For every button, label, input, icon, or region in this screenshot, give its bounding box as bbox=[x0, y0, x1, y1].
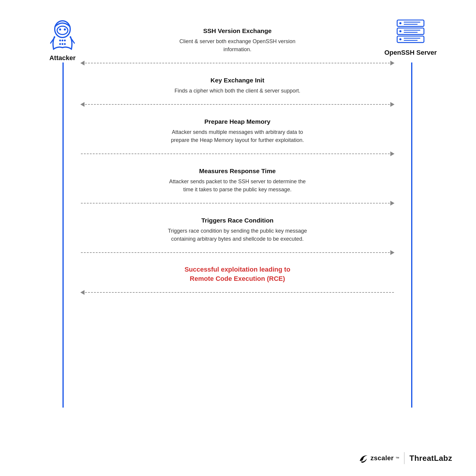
threatlabz-label: ThreatLabz bbox=[409, 454, 452, 463]
arrow-right-head bbox=[390, 61, 394, 65]
step-prepare-heap-title: Prepare Heap Memory bbox=[204, 118, 270, 125]
arrow-line bbox=[85, 63, 390, 63]
step-measures-response-title: Measures Response Time bbox=[199, 167, 276, 175]
content-area: SSH Version Exchange Client & server bot… bbox=[62, 18, 412, 297]
arrow-line bbox=[81, 203, 390, 203]
arrow-left-head bbox=[80, 61, 84, 65]
step-rce-title: Successful exploitation leading toRemote… bbox=[184, 265, 290, 284]
svg-point-2 bbox=[59, 29, 61, 31]
step-key-exchange: Key Exchange Init Finds a cipher which b… bbox=[62, 67, 412, 109]
zscaler-trademark: ™ bbox=[395, 456, 399, 461]
main-container: Attacker Op bbox=[0, 0, 476, 476]
step-rce: Successful exploitation leading toRemote… bbox=[62, 257, 412, 297]
svg-point-6 bbox=[59, 40, 61, 41]
arrow-line bbox=[85, 104, 390, 105]
step-measures-response-arrow bbox=[80, 201, 394, 206]
step-triggers-race-arrow bbox=[80, 250, 394, 255]
step-rce-arrow bbox=[80, 290, 394, 295]
footer: zscaler ™ ThreatLabz bbox=[358, 452, 452, 464]
step-prepare-heap-desc: Attacker sends multiple messages with ar… bbox=[166, 128, 309, 144]
arrow-line bbox=[85, 292, 394, 293]
arrow-right-head bbox=[390, 102, 394, 107]
footer-divider bbox=[404, 452, 405, 464]
arrow-right-head bbox=[390, 250, 394, 255]
zscaler-text: zscaler bbox=[370, 454, 394, 462]
arrow-right-head bbox=[390, 201, 394, 206]
step-measures-response: Measures Response Time Attacker sends pa… bbox=[62, 158, 412, 207]
arrow-left-head bbox=[80, 102, 84, 107]
step-triggers-race-title: Triggers Race Condition bbox=[201, 217, 274, 224]
arrow-left-head bbox=[80, 290, 84, 295]
arrow-line bbox=[81, 154, 390, 154]
zscaler-icon bbox=[358, 452, 369, 464]
step-key-exchange-desc: Finds a cipher which both the client & s… bbox=[174, 87, 300, 95]
step-triggers-race-desc: Triggers race condition by sending the p… bbox=[166, 227, 309, 243]
step-ssh-version-title: SSH Version Exchange bbox=[203, 27, 272, 35]
step-key-exchange-arrow bbox=[80, 102, 394, 107]
zscaler-logo: zscaler ™ bbox=[358, 452, 399, 464]
arrow-right-head bbox=[390, 151, 394, 156]
step-ssh-version: SSH Version Exchange Client & server bot… bbox=[62, 18, 412, 67]
step-triggers-race: Triggers Race Condition Triggers race co… bbox=[62, 207, 412, 257]
step-key-exchange-title: Key Exchange Init bbox=[211, 77, 264, 84]
step-prepare-heap-arrow bbox=[80, 151, 394, 156]
arrow-line bbox=[81, 252, 390, 253]
step-ssh-version-arrow bbox=[80, 61, 394, 65]
svg-point-9 bbox=[59, 43, 61, 45]
step-measures-response-desc: Attacker sends packet to the SSH server … bbox=[166, 178, 309, 194]
step-prepare-heap: Prepare Heap Memory Attacker sends multi… bbox=[62, 109, 412, 158]
step-ssh-version-desc: Client & server both exchange OpenSSH ve… bbox=[166, 37, 309, 54]
